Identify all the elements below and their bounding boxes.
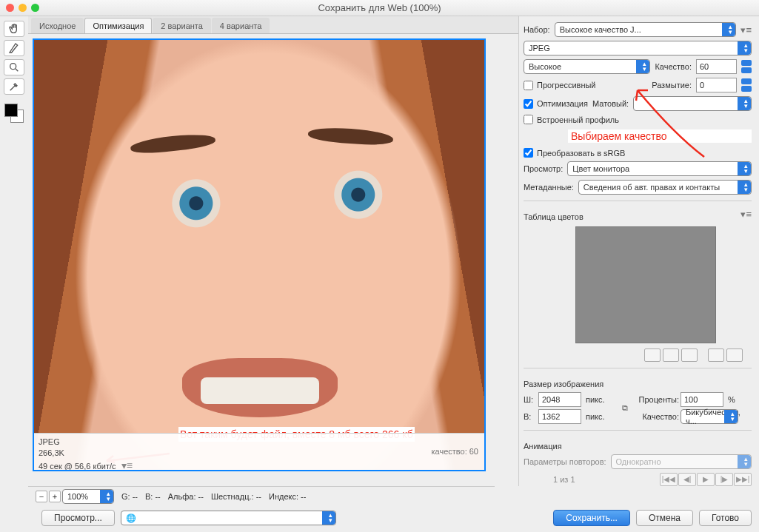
info-time: 49 сек @ 56,6 кбит/с bbox=[39, 462, 116, 471]
loop-label: Параметры повторов: bbox=[524, 457, 606, 466]
status-index: Индекс: -- bbox=[269, 492, 306, 501]
next-frame-icon: |▶ bbox=[715, 473, 733, 486]
tab-original[interactable]: Исходное bbox=[31, 18, 84, 33]
percent-sign: % bbox=[728, 395, 738, 404]
browser-select[interactable]: 🌐▴▾ bbox=[121, 511, 336, 525]
tab-optimized[interactable]: Оптимизация bbox=[84, 18, 152, 33]
window-title: Сохранить для Web (100%) bbox=[0, 2, 759, 13]
color-table-actions bbox=[524, 349, 752, 362]
percent-input[interactable]: 100 bbox=[681, 392, 723, 407]
convert-srgb-checkbox[interactable]: Преобразовать в sRGB bbox=[524, 148, 625, 158]
blur-stepper[interactable] bbox=[741, 78, 752, 92]
zoom-tool-icon[interactable] bbox=[4, 59, 24, 75]
zoom-out-icon[interactable]: − bbox=[36, 491, 47, 502]
arrow-icon bbox=[630, 83, 712, 164]
height-input[interactable]: 1362 bbox=[538, 409, 581, 424]
preview-info: JPEG 266,3K 49 сек @ 56,6 кбит/с ▾≡ каче… bbox=[34, 433, 484, 470]
image-size-title: Размер изображения bbox=[524, 377, 752, 388]
link-icon[interactable]: ⧉ bbox=[617, 403, 633, 413]
titlebar: Сохранить для Web (100%) bbox=[0, 0, 759, 16]
tool-strip bbox=[0, 16, 28, 486]
progressive-checkbox[interactable]: Прогрессивный bbox=[524, 81, 596, 90]
ct-action-3-icon[interactable] bbox=[681, 349, 698, 362]
zoom-in-icon[interactable]: + bbox=[49, 491, 61, 502]
embedded-profile-checkbox[interactable]: Встроенный профиль bbox=[524, 115, 619, 124]
animation-title: Анимация bbox=[524, 440, 752, 451]
hand-tool-icon[interactable] bbox=[4, 21, 24, 37]
ct-action-5-icon[interactable] bbox=[726, 349, 743, 362]
metadata-select[interactable]: Сведения об авт. правах и контакты▴▾ bbox=[578, 180, 752, 195]
resample-select[interactable]: Бикубическая, ч...▴▾ bbox=[681, 409, 738, 424]
play-icon: ▶ bbox=[697, 473, 715, 486]
info-menu-icon[interactable]: ▾≡ bbox=[121, 459, 133, 471]
px-label-2: пикс. bbox=[586, 412, 615, 421]
color-table-title: Таблица цветов bbox=[524, 210, 584, 221]
optimization-checkbox[interactable]: Оптимизация bbox=[524, 99, 588, 109]
h-label: В: bbox=[524, 412, 537, 421]
globe-icon: 🌐 bbox=[126, 514, 136, 523]
preset-select[interactable]: Высокое качество J...▴▾ bbox=[555, 22, 737, 37]
eyedropper-tool-icon[interactable] bbox=[4, 78, 24, 95]
metadata-label: Метаданные: bbox=[524, 183, 574, 192]
zoom-select[interactable]: 100%▴▾ bbox=[62, 489, 114, 504]
status-hex: Шестнадц.: -- bbox=[211, 492, 261, 501]
percent-label: Проценты: bbox=[635, 395, 679, 404]
save-button[interactable]: Сохранить... bbox=[553, 510, 630, 526]
status-g: G: -- bbox=[121, 492, 138, 501]
preview-image bbox=[34, 40, 484, 470]
tab-4up[interactable]: 4 варианта bbox=[212, 18, 270, 33]
color-table-menu-icon[interactable]: ▾≡ bbox=[740, 209, 752, 220]
flyout-menu-icon[interactable]: ▾≡ bbox=[740, 24, 752, 36]
quality-input[interactable]: 60 bbox=[696, 59, 737, 74]
svg-point-0 bbox=[10, 64, 16, 70]
animation-nav: |◀◀ ◀| ▶ |▶ ▶▶| bbox=[660, 473, 752, 486]
preview-button[interactable]: Просмотр... bbox=[41, 510, 115, 526]
status-bar: − + 100%▴▾ G: -- B: -- Альфа: -- Шестнад… bbox=[28, 486, 495, 505]
status-b: B: -- bbox=[145, 492, 161, 501]
matte-label: Матовый: bbox=[592, 99, 629, 108]
info-format: JPEG bbox=[39, 437, 480, 448]
ct-action-1-icon[interactable] bbox=[644, 349, 661, 362]
px-label: пикс. bbox=[586, 395, 615, 404]
slice-tool-icon[interactable] bbox=[4, 40, 24, 56]
cancel-button[interactable]: Отмена bbox=[636, 510, 693, 526]
last-frame-icon: ▶▶| bbox=[734, 473, 752, 486]
resample-label: Качество: bbox=[635, 412, 679, 421]
status-alpha: Альфа: -- bbox=[168, 492, 204, 501]
frame-indicator: 1 из 1 bbox=[553, 475, 575, 484]
preview-canvas[interactable]: Вот таким будет файл, вместе 8 мб всего … bbox=[33, 38, 486, 471]
prev-frame-icon: ◀| bbox=[678, 473, 696, 486]
done-button[interactable]: Готово bbox=[699, 510, 752, 526]
w-label: Ш: bbox=[524, 395, 537, 404]
color-table[interactable] bbox=[575, 226, 716, 343]
ct-action-4-icon[interactable] bbox=[708, 349, 724, 362]
loop-select: Однократно▴▾ bbox=[611, 454, 752, 469]
ct-action-2-icon[interactable] bbox=[663, 349, 679, 362]
quality-label: Качество: bbox=[655, 62, 692, 71]
preset-label: Набор: bbox=[524, 25, 550, 34]
button-bar: Просмотр... 🌐▴▾ Сохранить... Отмена Гото… bbox=[0, 505, 759, 531]
format-select[interactable]: JPEG▴▾ bbox=[524, 41, 752, 55]
width-input[interactable]: 2048 bbox=[538, 392, 581, 407]
quality-preset-select[interactable]: Высокое▴▾ bbox=[524, 59, 650, 74]
quality-stepper[interactable] bbox=[741, 59, 752, 74]
color-swatches[interactable] bbox=[4, 104, 24, 123]
info-size: 266,3K bbox=[39, 448, 480, 459]
preview-label: Просмотр: bbox=[524, 164, 563, 173]
first-frame-icon: |◀◀ bbox=[660, 473, 678, 486]
info-quality: качество: 60 bbox=[431, 446, 478, 457]
preview-select[interactable]: Цвет монитора▴▾ bbox=[567, 161, 752, 176]
preview-tabs: Исходное Оптимизация 2 варианта 4 вариан… bbox=[28, 16, 518, 34]
settings-panel: Набор: Высокое качество J...▴▾ ▾≡ JPEG▴▾… bbox=[518, 16, 759, 486]
foreground-swatch[interactable] bbox=[4, 104, 18, 117]
tab-2up[interactable]: 2 варианта bbox=[153, 18, 211, 33]
